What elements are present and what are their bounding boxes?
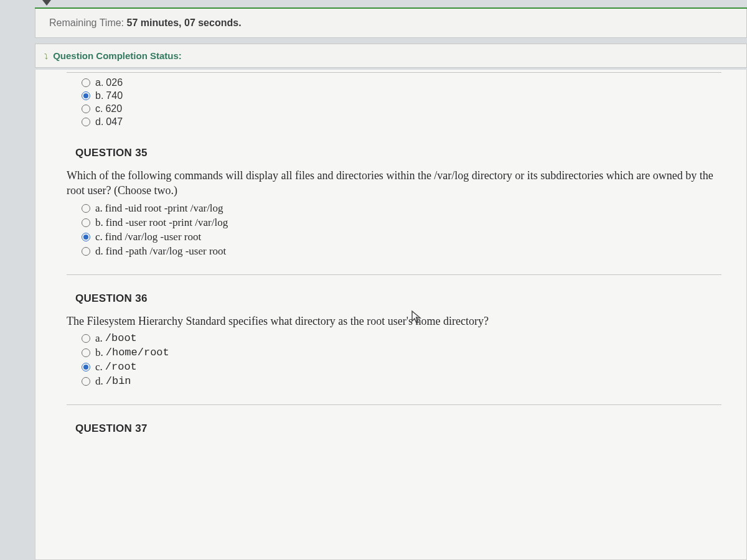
radio-button[interactable] bbox=[82, 334, 90, 343]
timer-label: Remaining Time: bbox=[49, 17, 127, 28]
question-36: QUESTION 36 The Filesystem Hierarchy Sta… bbox=[67, 275, 721, 405]
expand-icon: ⤵ bbox=[44, 52, 48, 61]
radio-button[interactable] bbox=[82, 233, 90, 241]
q35-option-a[interactable]: a.find -uid root -print /var/log bbox=[82, 202, 721, 215]
option-text: /home/root bbox=[106, 347, 169, 358]
radio-button[interactable] bbox=[82, 78, 90, 87]
collapse-arrow-icon[interactable] bbox=[42, 0, 51, 6]
option-letter: c. bbox=[95, 231, 103, 243]
timer-bar: Remaining Time: 57 minutes, 07 seconds. bbox=[35, 9, 747, 38]
option-letter: a. bbox=[95, 202, 103, 215]
q35-option-c[interactable]: c.find /var/log -user root bbox=[82, 231, 721, 243]
radio-button[interactable] bbox=[82, 91, 90, 100]
option-letter: a. bbox=[95, 332, 103, 345]
q35-option-b[interactable]: b.find -user root -print /var/log bbox=[82, 217, 721, 229]
option-text: find /var/log -user root bbox=[105, 231, 201, 243]
radio-button[interactable] bbox=[82, 218, 90, 227]
completion-status-bar[interactable]: ⤵ Question Completion Status: bbox=[35, 44, 747, 68]
question-text: Which of the following commands will dis… bbox=[67, 168, 721, 198]
question-34-partial: a.026b.740c.620d.047 bbox=[67, 72, 721, 128]
question-37-title: QUESTION 37 bbox=[67, 405, 721, 444]
option-text: 047 bbox=[106, 116, 123, 128]
q34-option-b[interactable]: b.740 bbox=[82, 90, 721, 101]
option-text: /root bbox=[105, 361, 137, 373]
radio-button[interactable] bbox=[82, 105, 90, 113]
timer-value: 57 minutes, 07 seconds. bbox=[127, 17, 242, 28]
radio-button[interactable] bbox=[82, 363, 90, 371]
question-35: QUESTION 35 Which of the following comma… bbox=[67, 129, 721, 275]
q34-option-a[interactable]: a.026 bbox=[82, 77, 721, 88]
completion-status-label: Question Completion Status: bbox=[53, 50, 182, 61]
option-text: 740 bbox=[106, 90, 123, 101]
option-text: /boot bbox=[105, 332, 137, 344]
q36-option-c[interactable]: c./root bbox=[82, 361, 721, 373]
option-letter: d. bbox=[95, 375, 103, 388]
q36-option-a[interactable]: a./boot bbox=[82, 332, 721, 345]
radio-button[interactable] bbox=[82, 204, 90, 213]
content-area: a.026b.740c.620d.047 QUESTION 35 Which o… bbox=[35, 70, 747, 560]
option-text: find -path /var/log -user root bbox=[106, 245, 227, 258]
question-text: The Filesystem Hierarchy Standard specif… bbox=[67, 314, 721, 329]
option-letter: c. bbox=[95, 103, 103, 114]
q35-option-d[interactable]: d.find -path /var/log -user root bbox=[82, 245, 721, 258]
option-text: find -uid root -print /var/log bbox=[105, 202, 223, 215]
option-letter: a. bbox=[95, 77, 103, 88]
radio-button[interactable] bbox=[82, 348, 90, 357]
option-text: /bin bbox=[106, 375, 131, 387]
option-letter: b. bbox=[95, 90, 103, 101]
option-letter: d. bbox=[95, 245, 103, 258]
q36-option-b[interactable]: b./home/root bbox=[82, 347, 721, 359]
option-text: 026 bbox=[106, 77, 123, 88]
option-text: 620 bbox=[105, 103, 122, 114]
option-letter: b. bbox=[95, 347, 103, 359]
option-letter: d. bbox=[95, 116, 103, 128]
option-text: find -user root -print /var/log bbox=[106, 217, 228, 229]
q36-option-d[interactable]: d./bin bbox=[82, 375, 721, 388]
q34-option-d[interactable]: d.047 bbox=[82, 116, 721, 128]
radio-button[interactable] bbox=[82, 247, 90, 256]
question-title: QUESTION 35 bbox=[67, 142, 721, 168]
radio-button[interactable] bbox=[82, 118, 90, 126]
option-letter: c. bbox=[95, 361, 103, 373]
question-title: QUESTION 36 bbox=[67, 287, 721, 314]
q34-option-c[interactable]: c.620 bbox=[82, 103, 721, 114]
radio-button[interactable] bbox=[82, 377, 90, 386]
option-letter: b. bbox=[95, 217, 103, 229]
